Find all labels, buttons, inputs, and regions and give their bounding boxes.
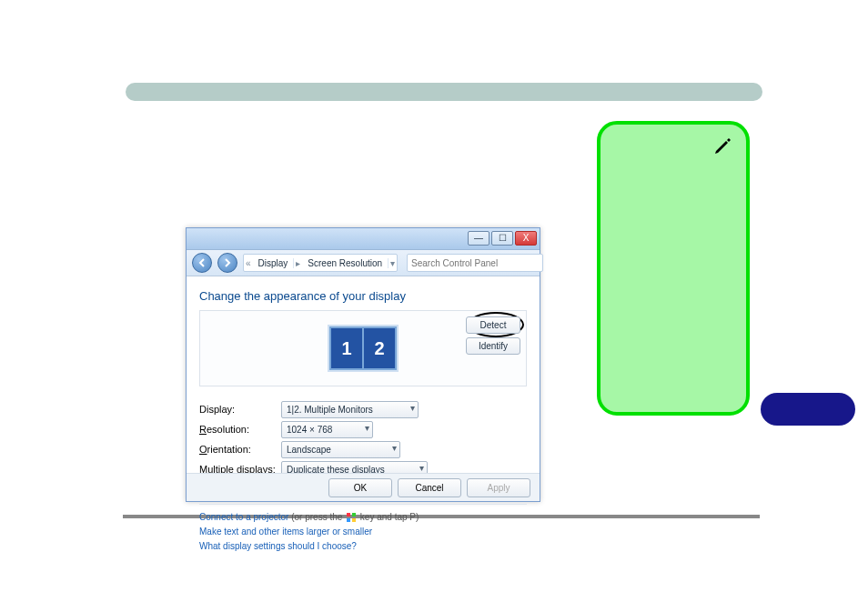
display-select[interactable]: 1|2. Multiple Monitors: [281, 401, 419, 418]
search-container: [407, 254, 534, 272]
forward-button[interactable]: [217, 253, 237, 273]
helper-links: Connect to a projector (or press the key…: [199, 510, 527, 554]
screen-resolution-window: — ☐ X « Display ▸ Screen Resolution ▾: [186, 227, 540, 502]
settings-form: Display: 1|2. Multiple Monitors Resoluti…: [199, 399, 527, 479]
close-button[interactable]: X: [515, 231, 537, 246]
pencil-icon: [713, 135, 732, 156]
search-input[interactable]: [407, 254, 543, 272]
windows-key-icon: [347, 513, 356, 522]
display-preview-panel: Detect Identify 1 2: [199, 310, 527, 386]
monitor-divider: [362, 328, 364, 368]
monitor-1: 1: [331, 328, 362, 368]
projector-hint: (or press the key and tap P): [291, 512, 419, 522]
decorative-pill: [761, 393, 855, 426]
resolution-select[interactable]: 1024 × 768: [281, 421, 373, 438]
orientation-label: Orientation:: [199, 444, 281, 455]
identify-button[interactable]: Identify: [466, 337, 520, 355]
chevron-right-icon: ▸: [294, 258, 302, 268]
breadcrumb-icon: «: [244, 258, 253, 268]
back-button[interactable]: [192, 253, 212, 273]
decorative-bar: [126, 83, 762, 101]
breadcrumb-part[interactable]: Display: [253, 258, 295, 268]
ok-button[interactable]: OK: [328, 478, 392, 497]
nav-row: « Display ▸ Screen Resolution ▾: [187, 250, 540, 276]
maximize-button[interactable]: ☐: [491, 231, 513, 246]
connect-projector-link[interactable]: Connect to a projector: [199, 512, 288, 522]
window-titlebar[interactable]: — ☐ X: [187, 228, 540, 250]
display-settings-help-link[interactable]: What display settings should I choose?: [199, 541, 357, 551]
chevron-down-icon[interactable]: ▾: [389, 258, 397, 268]
apply-button[interactable]: Apply: [467, 478, 530, 497]
orientation-select[interactable]: Landscape: [281, 441, 400, 458]
resolution-label: Resolution:: [199, 424, 281, 435]
breadcrumb-part[interactable]: Screen Resolution: [302, 258, 389, 268]
text-size-link[interactable]: Make text and other items larger or smal…: [199, 527, 372, 537]
breadcrumb[interactable]: « Display ▸ Screen Resolution ▾: [243, 254, 398, 272]
display-label: Display:: [199, 404, 281, 415]
annotation-box: [597, 121, 750, 416]
dialog-footer: OK Cancel Apply: [187, 473, 540, 501]
minimize-button[interactable]: —: [468, 231, 490, 246]
detect-button[interactable]: Detect: [466, 316, 520, 334]
cancel-button[interactable]: Cancel: [398, 478, 461, 497]
page-heading: Change the appearance of your display: [199, 289, 527, 303]
monitor-preview[interactable]: 1 2: [329, 326, 397, 370]
monitor-2: 2: [364, 328, 395, 368]
